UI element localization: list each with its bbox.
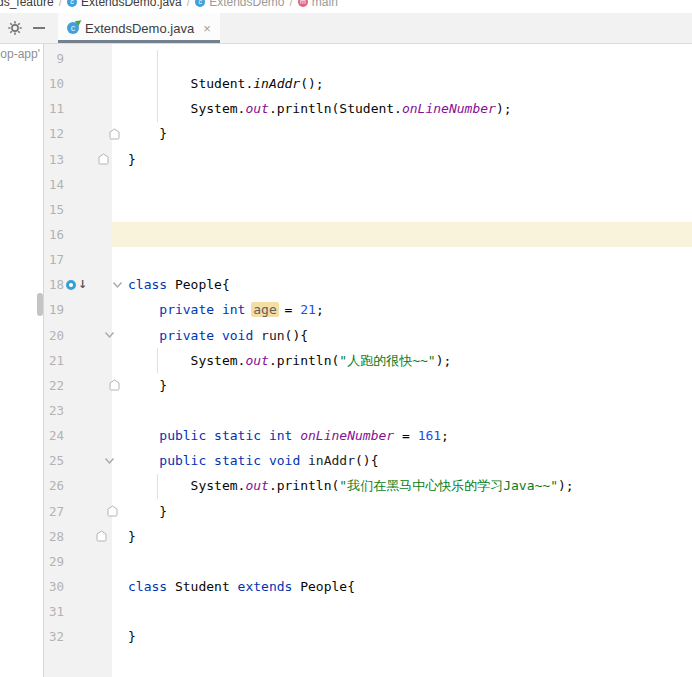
line-number[interactable]: 23 [44, 403, 64, 418]
fold-end-icon[interactable] [109, 128, 120, 140]
breadcrumb-item-file[interactable]: c ExtendsDemo.java [67, 0, 182, 9]
line-number[interactable]: 22 [44, 378, 64, 393]
code-line[interactable]: 31 [44, 599, 692, 624]
line-number[interactable]: 15 [44, 202, 64, 217]
gutter-icon-cell [64, 297, 96, 322]
line-number[interactable]: 25 [44, 453, 64, 468]
line-number[interactable]: 30 [44, 579, 64, 594]
project-panel[interactable]: op-app' [0, 44, 43, 677]
code-line[interactable]: 9 [44, 46, 692, 71]
code-line[interactable]: 10 Student.inAddr(); [44, 71, 692, 96]
line-number[interactable]: 19 [44, 302, 64, 317]
line-number[interactable]: 31 [44, 604, 64, 619]
code-editor[interactable]: 910 Student.inAddr();11 System.out.print… [44, 44, 692, 677]
breadcrumb-label: ds_feature [0, 0, 54, 9]
fold-cell [96, 297, 128, 322]
subclassed-class-icon[interactable]: ↓ [66, 280, 87, 290]
code-line[interactable]: 17 [44, 247, 692, 272]
code-lines: 910 Student.inAddr();11 System.out.print… [44, 46, 692, 649]
line-number[interactable]: 24 [44, 428, 64, 443]
line-number[interactable]: 11 [44, 101, 64, 116]
gutter-icon-cell [64, 323, 96, 348]
line-number[interactable]: 26 [44, 478, 64, 493]
fold-cell [96, 348, 128, 373]
gutter-icon-cell [64, 423, 96, 448]
fold-cell [96, 172, 128, 197]
code-line[interactable]: 18↓class People{ [44, 272, 692, 297]
tab-extendsdemo-java[interactable]: c ExtendsDemo.java × [58, 13, 220, 43]
fold-collapse-icon[interactable] [104, 331, 115, 339]
code-line[interactable]: 14 [44, 172, 692, 197]
line-number[interactable]: 12 [44, 126, 64, 141]
fold-end-icon[interactable] [109, 379, 120, 391]
code-line[interactable]: 20 private void run(){ [44, 323, 692, 348]
gutter-icon-cell [64, 624, 96, 649]
code-line[interactable]: 23 [44, 398, 692, 423]
fold-cell [96, 323, 128, 348]
line-number[interactable]: 16 [44, 227, 64, 242]
code-line[interactable]: 13} [44, 147, 692, 172]
active-tab-underline [58, 40, 220, 43]
breadcrumb-separator: / [290, 0, 293, 9]
line-number[interactable]: 29 [44, 554, 64, 569]
code-line[interactable]: 28} [44, 524, 692, 549]
line-number[interactable]: 9 [44, 51, 64, 66]
code-line[interactable]: 11 System.out.println(Student.onLineNumb… [44, 96, 692, 121]
java-class-icon: c [67, 22, 79, 34]
code-text: } [128, 624, 136, 649]
line-number[interactable]: 20 [44, 328, 64, 343]
fold-cell [96, 398, 128, 423]
breadcrumb: ds_feature / c ExtendsDemo.java / c Exte… [0, 0, 692, 13]
breadcrumb-item-method[interactable]: m main [298, 0, 338, 9]
gutter-icon-cell [64, 473, 96, 498]
line-number[interactable]: 32 [44, 629, 64, 644]
fold-cell [96, 46, 128, 71]
fold-cell [96, 96, 128, 121]
code-line[interactable]: 15 [44, 197, 692, 222]
code-line[interactable]: 16 [44, 222, 692, 247]
line-number[interactable]: 28 [44, 529, 64, 544]
fold-collapse-icon[interactable] [112, 281, 123, 289]
fold-end-icon[interactable] [96, 530, 107, 542]
code-line[interactable]: 26 System.out.println("我们在黑马中心快乐的学习Java~… [44, 473, 692, 498]
gutter-icon-cell [64, 574, 96, 599]
code-line[interactable]: 12 } [44, 121, 692, 146]
code-line[interactable]: 21 System.out.println("人跑的很快~~"); [44, 348, 692, 373]
breadcrumb-separator: / [187, 0, 190, 9]
fold-end-icon[interactable] [98, 153, 109, 165]
breadcrumb-label: main [312, 0, 338, 9]
code-text: public static int onLineNumber = 161; [128, 423, 449, 448]
code-text: System.out.println("我们在黑马中心快乐的学习Java~~")… [128, 473, 574, 498]
code-line[interactable]: 22 } [44, 373, 692, 398]
code-line[interactable]: 30class Student extends People{ [44, 574, 692, 599]
code-line[interactable]: 25 public static void inAddr(){ [44, 448, 692, 473]
code-line[interactable]: 27 } [44, 499, 692, 524]
breadcrumb-item-class[interactable]: c ExtendsDemo [195, 0, 284, 9]
line-number[interactable]: 10 [44, 76, 64, 91]
breadcrumb-item-ds-feature[interactable]: ds_feature [0, 0, 54, 9]
line-number[interactable]: 18 [44, 277, 64, 292]
fold-cell [96, 373, 128, 398]
hide-panel-icon[interactable] [33, 27, 45, 29]
fold-end-icon[interactable] [107, 505, 118, 517]
code-text: private void run(){ [128, 323, 308, 348]
fold-collapse-icon[interactable] [104, 457, 115, 465]
code-line[interactable]: 32} [44, 624, 692, 649]
line-number[interactable]: 27 [44, 504, 64, 519]
code-line[interactable]: 24 public static int onLineNumber = 161; [44, 423, 692, 448]
line-number[interactable]: 13 [44, 152, 64, 167]
code-line[interactable]: 29 [44, 549, 692, 574]
close-icon[interactable]: × [203, 22, 211, 35]
gutter-icon-cell [64, 599, 96, 624]
line-number[interactable]: 21 [44, 353, 64, 368]
line-number[interactable]: 17 [44, 252, 64, 267]
gear-icon[interactable] [7, 20, 23, 36]
code-text: } [128, 121, 167, 146]
fold-cell [96, 549, 128, 574]
project-tree-item[interactable]: op-app' [0, 47, 40, 61]
fold-cell [96, 524, 128, 549]
gutter-icon-cell [64, 549, 96, 574]
line-number[interactable]: 14 [44, 177, 64, 192]
code-line[interactable]: 19 private int age = 21; [44, 297, 692, 322]
fold-cell [96, 197, 128, 222]
